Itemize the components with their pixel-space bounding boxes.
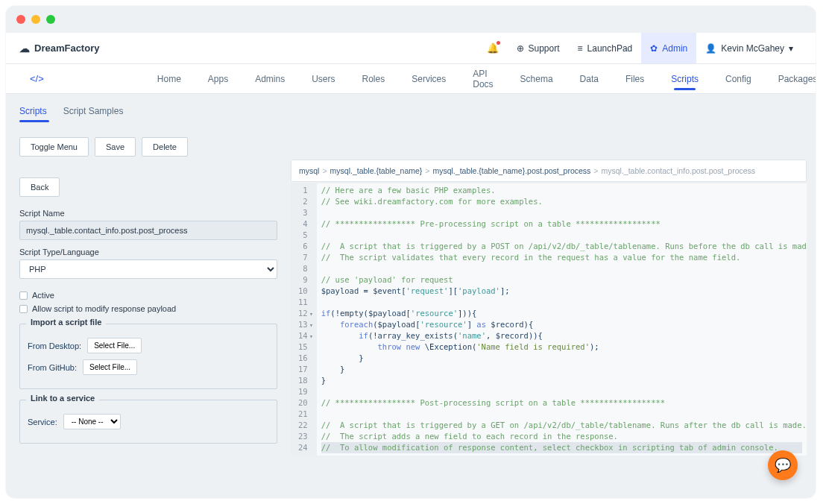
modify-response-label: Allow script to modify response payload <box>32 304 176 313</box>
script-name-label: Script Name <box>19 209 277 218</box>
app-logo[interactable]: ☁ DreamFactory <box>19 42 99 54</box>
window-close-dot[interactable] <box>16 15 25 24</box>
window-titlebar <box>6 6 816 33</box>
app-name: DreamFactory <box>34 42 99 54</box>
left-panel: Scripts Script Samples Toggle Menu Save … <box>6 94 291 498</box>
crumb-current: mysql._table.contact_info.post.post_proc… <box>601 166 755 175</box>
nav-packages[interactable]: Packages <box>775 65 816 93</box>
gear-icon: ✿ <box>650 43 658 54</box>
cloud-icon: ☁ <box>19 42 30 54</box>
chevron-down-icon: ▾ <box>789 43 793 54</box>
import-legend: Import a script file <box>26 318 106 327</box>
from-desktop-label: From Desktop: <box>28 341 81 350</box>
service-label: Service: <box>28 418 57 426</box>
code-editor[interactable]: 123456789101112▾13▾14▾151617181920212223… <box>291 183 807 456</box>
import-script-fieldset: Import a script file From Desktop: Selec… <box>19 324 277 389</box>
chat-icon: 💬 <box>775 457 791 473</box>
service-select[interactable]: -- None -- <box>63 414 121 429</box>
nav-roles[interactable]: Roles <box>359 65 388 93</box>
nav-data[interactable]: Data <box>577 65 602 93</box>
crumb-2[interactable]: mysql._table.{table_name}.post.post_proc… <box>432 166 590 175</box>
main-nav: </> HomeAppsAdminsUsersRolesServicesAPI … <box>6 64 816 94</box>
select-file-desktop-button[interactable]: Select File... <box>87 338 142 353</box>
back-button[interactable]: Back <box>19 177 60 197</box>
editor-code[interactable]: // Here are a few basic PHP examples.// … <box>317 183 807 456</box>
right-panel: mysql > mysql._table.{table_name} > mysq… <box>291 94 816 498</box>
support-link[interactable]: ⊕ Support <box>508 33 569 63</box>
nav-users[interactable]: Users <box>309 65 338 93</box>
nav-config[interactable]: Config <box>722 65 754 93</box>
nav-admins[interactable]: Admins <box>252 65 288 93</box>
tab-scripts[interactable]: Scripts <box>19 106 47 121</box>
chat-fab[interactable]: 💬 <box>768 450 798 480</box>
modify-response-checkbox[interactable] <box>19 305 28 313</box>
content-area: Scripts Script Samples Toggle Menu Save … <box>6 94 816 498</box>
globe-icon: ⊕ <box>517 43 524 54</box>
nav-home[interactable]: Home <box>154 65 184 93</box>
from-github-label: From GitHub: <box>28 363 77 372</box>
nav-files[interactable]: Files <box>622 65 647 93</box>
app-bar: ☁ DreamFactory 🔔 ⊕ Support ≡ LaunchPad ✿… <box>6 33 816 64</box>
crumb-1[interactable]: mysql._table.{table_name} <box>330 166 423 175</box>
window-min-dot[interactable] <box>31 15 40 24</box>
nav-scripts[interactable]: Scripts <box>668 65 702 93</box>
link-legend: Link to a service <box>26 394 99 403</box>
user-menu[interactable]: 👤 Kevin McGahey ▾ <box>696 33 802 63</box>
delete-button[interactable]: Delete <box>142 137 188 157</box>
active-label: Active <box>32 291 54 300</box>
breadcrumb: mysql > mysql._table.{table_name} > mysq… <box>291 160 807 182</box>
active-checkbox-row[interactable]: Active <box>19 291 277 300</box>
tab-script-samples[interactable]: Script Samples <box>63 106 124 121</box>
menu-icon: ≡ <box>578 43 583 54</box>
action-buttons: Toggle Menu Save Delete <box>19 137 277 157</box>
code-icon[interactable]: </> <box>30 73 44 84</box>
toggle-menu-button[interactable]: Toggle Menu <box>19 137 89 157</box>
bell-icon: 🔔 <box>487 42 499 54</box>
script-lang-select[interactable]: PHP <box>19 259 277 279</box>
script-lang-label: Script Type/Language <box>19 248 277 256</box>
save-button[interactable]: Save <box>95 137 136 157</box>
user-icon: 👤 <box>705 43 716 54</box>
editor-gutter: 123456789101112▾13▾14▾151617181920212223… <box>291 183 317 456</box>
nav-services[interactable]: Services <box>409 65 449 93</box>
crumb-0[interactable]: mysql <box>299 166 319 175</box>
nav-api-docs[interactable]: API Docs <box>470 60 496 98</box>
sub-tabs: Scripts Script Samples <box>19 106 277 121</box>
app-window: ☁ DreamFactory 🔔 ⊕ Support ≡ LaunchPad ✿… <box>6 6 816 498</box>
modify-response-row[interactable]: Allow script to modify response payload <box>19 304 277 313</box>
launchpad-link[interactable]: ≡ LaunchPad <box>569 33 642 63</box>
nav-schema[interactable]: Schema <box>517 65 556 93</box>
admin-link[interactable]: ✿ Admin <box>641 33 696 63</box>
script-name-input[interactable] <box>19 221 277 240</box>
select-file-github-button[interactable]: Select File... <box>83 359 137 375</box>
window-max-dot[interactable] <box>46 15 55 24</box>
nav-apps[interactable]: Apps <box>205 65 231 93</box>
active-checkbox[interactable] <box>19 292 28 300</box>
link-service-fieldset: Link to a service Service: -- None -- <box>19 400 277 444</box>
